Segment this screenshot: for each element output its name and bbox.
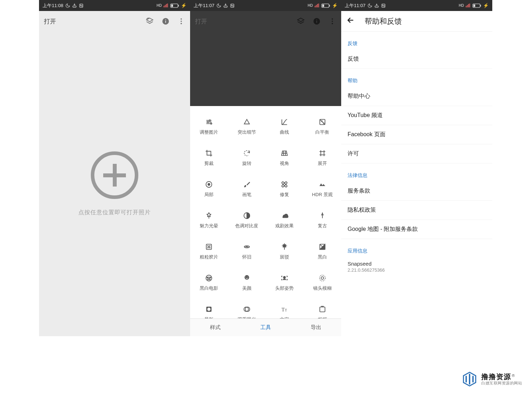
svg-rect-62 xyxy=(473,4,475,7)
tab-tools[interactable]: 工具 xyxy=(240,319,291,336)
svg-point-33 xyxy=(208,245,209,246)
tool-hdr[interactable]: HDR 景观 xyxy=(304,173,342,205)
svg-point-46 xyxy=(244,275,249,280)
svg-text:T: T xyxy=(285,308,287,312)
grainy-icon xyxy=(205,243,213,251)
tool-details[interactable]: 突出细节 xyxy=(228,111,266,142)
selective-icon xyxy=(205,180,213,189)
tool-lensblur[interactable]: 镜头模糊 xyxy=(304,267,342,298)
svg-point-51 xyxy=(321,277,323,279)
tab-export[interactable]: 导出 xyxy=(291,319,341,336)
help-content: 反馈 反馈 帮助 帮助中心 YouTube 频道 Facebook 页面 许可 … xyxy=(341,32,492,276)
nfc-icon xyxy=(79,3,84,8)
nfc-icon xyxy=(381,3,386,8)
tool-rotate[interactable]: 旋转 xyxy=(228,142,266,173)
watermark-reg: ® xyxy=(512,373,515,378)
tool-vignette[interactable]: 晕影 xyxy=(190,298,228,318)
tool-portrait[interactable]: 美颜 xyxy=(228,267,266,298)
layers-icon[interactable] xyxy=(145,17,154,26)
item-privacy[interactable]: 隐私权政策 xyxy=(341,201,492,220)
item-youtube[interactable]: YouTube 频道 xyxy=(341,106,492,125)
open-label[interactable]: 打开 xyxy=(195,17,297,26)
more-icon[interactable] xyxy=(177,17,185,25)
svg-rect-13 xyxy=(322,4,324,7)
svg-point-18 xyxy=(332,21,333,22)
charging-icon: ⚡ xyxy=(483,3,489,8)
mute-icon xyxy=(374,3,379,8)
tool-selective[interactable]: 局部 xyxy=(190,173,228,205)
page-title: 帮助和反馈 xyxy=(365,16,402,26)
nfc-icon xyxy=(230,3,235,8)
bottom-tabs: 样式 工具 导出 xyxy=(190,318,341,336)
svg-rect-5 xyxy=(165,21,166,23)
tool-drama[interactable]: 戏剧效果 xyxy=(266,205,304,236)
tool-vintage[interactable]: 复古 xyxy=(304,205,342,236)
bw-icon xyxy=(318,243,326,251)
item-facebook[interactable]: Facebook 页面 xyxy=(341,125,492,144)
svg-text:T: T xyxy=(282,307,285,312)
tool-expand[interactable]: 展开 xyxy=(304,142,342,173)
info-icon[interactable] xyxy=(162,17,170,25)
open-area[interactable]: 点按任意位置即可打开照片 xyxy=(39,32,190,336)
svg-point-28 xyxy=(208,183,210,185)
drama-icon xyxy=(281,211,288,220)
tool-double[interactable]: 双重曝光 xyxy=(228,298,266,318)
status-bar: 上午11:07 HD ⚡ xyxy=(190,0,341,11)
tool-frame[interactable]: 相框 xyxy=(304,298,342,318)
layers-icon[interactable] xyxy=(297,17,305,26)
tool-tune[interactable]: 调整图片 xyxy=(190,111,228,142)
svg-point-20 xyxy=(209,120,211,121)
tool-healing[interactable]: 修复 xyxy=(266,173,304,205)
item-tos[interactable]: 服务条款 xyxy=(341,182,492,201)
status-bar: 上午11:08 HD ⚡ xyxy=(39,0,190,11)
tool-text[interactable]: TT文字 xyxy=(266,298,304,318)
status-time: 上午11:08 xyxy=(43,2,63,9)
tool-headpose[interactable]: 头部姿势 xyxy=(266,267,304,298)
add-circle xyxy=(91,151,138,199)
tool-brush[interactable]: 画笔 xyxy=(228,173,266,205)
watermark-logo-icon xyxy=(461,371,478,387)
tool-glamour[interactable]: 魅力光晕 xyxy=(190,205,228,236)
item-feedback[interactable]: 反馈 xyxy=(341,50,492,69)
retrolux-icon xyxy=(243,243,251,251)
tool-retrolux[interactable]: 怀旧 xyxy=(228,236,266,267)
svg-point-37 xyxy=(209,246,209,247)
tool-noir[interactable]: 黑白电影 xyxy=(190,267,228,298)
tool-grainy[interactable]: 粗粒胶片 xyxy=(190,236,228,267)
svg-point-42 xyxy=(207,277,208,278)
hd-label: HD xyxy=(459,4,464,7)
status-bar: 上午11:07 HD ⚡ xyxy=(341,0,492,11)
phone-home: 上午11:08 HD ⚡ 打开 点按任意位置即可打开照片 xyxy=(39,0,190,336)
tool-perspective[interactable]: 视角 xyxy=(266,142,304,173)
tune-icon xyxy=(205,118,213,126)
signal-icon xyxy=(163,4,169,8)
item-license[interactable]: 许可 xyxy=(341,144,492,163)
open-label[interactable]: 打开 xyxy=(44,17,145,26)
vignette-icon xyxy=(205,305,213,313)
svg-point-40 xyxy=(206,275,212,281)
image-preview: 打开 xyxy=(190,11,341,106)
tool-grunge[interactable]: 斑驳 xyxy=(266,236,304,267)
tonal-icon xyxy=(243,211,251,220)
info-icon[interactable] xyxy=(313,17,321,25)
back-icon[interactable] xyxy=(346,16,355,27)
tool-crop[interactable]: 剪裁 xyxy=(190,142,228,173)
tool-whitebalance[interactable]: WB白平衡 xyxy=(304,111,342,142)
portrait-icon xyxy=(243,274,251,282)
more-icon[interactable] xyxy=(328,17,336,25)
tool-curves[interactable]: 曲线 xyxy=(266,111,304,142)
grunge-icon xyxy=(281,243,288,251)
lensblur-icon xyxy=(318,274,326,282)
svg-rect-15 xyxy=(316,21,317,23)
tool-tonal[interactable]: 色调对比度 xyxy=(228,205,266,236)
svg-rect-12 xyxy=(329,5,330,6)
hdr-icon xyxy=(318,180,326,189)
item-gmaps[interactable]: Google 地图 - 附加服务条款 xyxy=(341,220,492,239)
tool-bw[interactable]: 黑白 xyxy=(304,236,342,267)
tab-styles[interactable]: 样式 xyxy=(190,319,240,336)
svg-text:B: B xyxy=(323,122,325,124)
item-helpcenter[interactable]: 帮助中心 xyxy=(341,87,492,106)
phone-tools: 上午11:07 HD ⚡ 打开 调整图 xyxy=(190,0,341,336)
svg-point-19 xyxy=(332,23,333,24)
phone-help: 上午11:07 HD ⚡ 帮助和反馈 反馈 反馈 帮助 帮助中心 YouTube… xyxy=(341,0,492,336)
